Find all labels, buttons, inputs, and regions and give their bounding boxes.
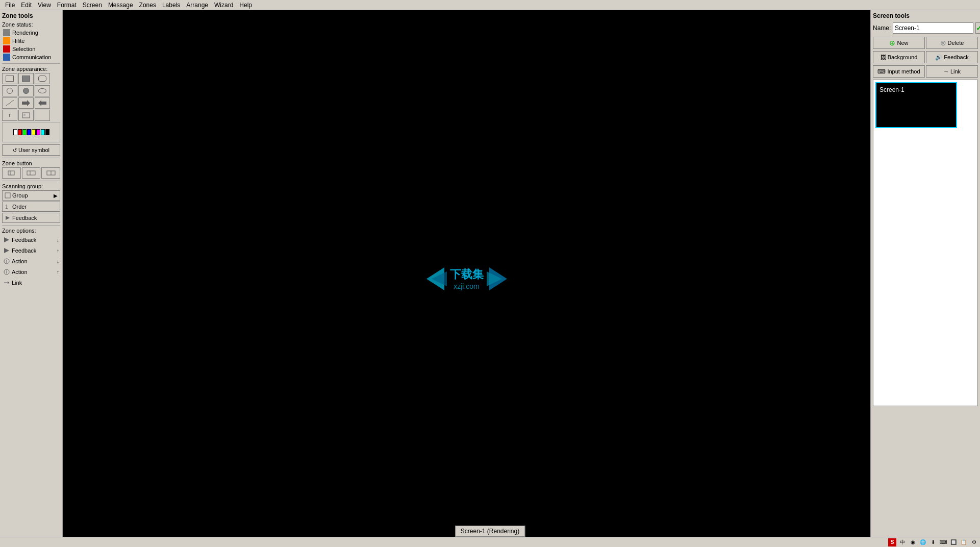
divider-4 [2,225,60,226]
taskbar-icon-6[interactable]: ⌨ [939,538,947,546]
appearance-row-2 [2,85,60,96]
input-method-button[interactable]: ⌨ Input method [873,65,925,78]
background-button[interactable]: 🖼 Background [873,51,925,63]
taskbar-icon-8[interactable]: 📋 [960,538,968,546]
menu-screen[interactable]: Screen [80,1,105,10]
menu-file[interactable]: File [2,1,18,10]
appearance-row-4: T [2,110,60,121]
watermark: 下载集 xzji.com [421,267,512,290]
scanning-order-item[interactable]: 1 Order [2,202,60,212]
taskbar-icon-5[interactable]: ⬇ [929,538,937,546]
opt-action-down-arrow: ↓ [57,259,59,264]
svg-marker-21 [8,281,9,284]
scanning-group-item[interactable]: Group ▶ [2,190,60,201]
status-bar: Screen-1 (Rendering) [455,526,525,537]
taskbar-icon-9[interactable]: ⚙ [970,538,978,546]
divider-2 [2,158,60,158]
delete-icon: ⊗ [940,39,946,47]
new-icon: ⊕ [889,39,895,47]
svg-line-0 [6,100,14,106]
opt-link-label: Link [12,280,22,286]
appearance-diagonal-1[interactable] [2,97,17,109]
zone-btn-3[interactable] [41,167,60,179]
zone-appearance-label: Zone appearance: [2,66,60,72]
name-input[interactable] [893,22,973,34]
appearance-circle-outline[interactable] [2,85,17,96]
taskbar-icon-4[interactable]: 🌐 [919,538,927,546]
background-feedback-row: 🖼 Background 🔊 Feedback [873,51,978,63]
color-palette [2,122,60,142]
status-selection[interactable]: Selection [2,45,60,53]
group-label: Group [12,192,28,198]
appearance-circle-filled[interactable] [18,85,34,96]
taskbar-icon-1[interactable]: S [888,538,896,546]
taskbar-icon-7[interactable]: 🔲 [949,538,958,546]
zone-button-label: Zone button [2,160,60,166]
feedback-icon: 🔊 [935,54,942,61]
zone-status-label: Zone status: [2,21,60,28]
menu-labels[interactable]: Labels [159,1,183,10]
taskbar-icon-2[interactable]: 中 [898,538,907,546]
status-rendering[interactable]: Rendering [2,29,60,37]
appearance-row-3 [2,97,60,109]
option-action-up[interactable]: Action ↑ [2,267,60,277]
zone-btn-2[interactable] [22,167,41,179]
menu-wizard[interactable]: Wizard [211,1,236,10]
watermark-url: xzji.com [454,282,480,290]
scanning-feedback-item[interactable]: Feedback [2,213,60,223]
name-ok-button[interactable]: ✓ [975,22,980,34]
opt-feedback-down-arrow: ↓ [57,237,59,243]
option-feedback-up[interactable]: Feedback ↑ [2,245,60,256]
delete-button[interactable]: ⊗ Delete [926,37,978,49]
menu-format[interactable]: Format [54,1,80,10]
option-feedback-down[interactable]: Feedback ↓ [2,235,60,245]
new-button[interactable]: ⊕ New [873,37,925,49]
screen-thumb-1[interactable]: Screen-1 [875,82,957,128]
watermark-right-arrow [487,267,512,290]
screen-thumb-label: Screen-1 [880,86,904,93]
link-button[interactable]: → Link [926,65,978,78]
menu-zones[interactable]: Zones [136,1,159,10]
appearance-arrow-left[interactable] [35,97,50,109]
appearance-row-1 [2,73,60,84]
status-text: Screen-1 (Rendering) [461,528,519,535]
appearance-image[interactable] [18,110,34,121]
status-communication[interactable]: Communication [2,53,60,61]
user-symbol-button[interactable]: ↺ User symbol [2,144,60,156]
appearance-rect-outline[interactable] [2,73,17,84]
input-method-icon: ⌨ [877,68,886,75]
zone-btn-1[interactable] [2,167,21,179]
option-action-down[interactable]: Action ↓ [2,256,60,266]
feedback-button[interactable]: 🔊 Feedback [926,51,978,63]
appearance-text[interactable]: T [2,110,17,121]
menu-arrange[interactable]: Arrange [183,1,211,10]
taskbar-icon-3[interactable]: ◉ [909,538,917,546]
input-link-row: ⌨ Input method → Link [873,65,978,78]
menu-view[interactable]: View [35,1,54,10]
input-method-label: Input method [887,68,920,74]
svg-marker-13 [6,216,10,220]
appearance-ellipse[interactable] [35,85,50,96]
menu-message[interactable]: Message [105,1,136,10]
zone-tools-title: Zone tools [2,12,60,19]
option-link[interactable]: Link [2,278,60,288]
appearance-placeholder[interactable] [35,110,50,121]
appearance-round-rect-outline[interactable] [35,73,50,84]
opt-feedback-up-arrow: ↑ [57,248,59,254]
new-delete-row: ⊕ New ⊗ Delete [873,37,978,49]
name-row: Name: ✓ [873,22,978,34]
zone-button-row [2,167,60,179]
svg-rect-11 [5,193,10,198]
appearance-arrow-right[interactable] [18,97,34,109]
watermark-left-arrow [421,267,447,290]
menu-help[interactable]: Help [236,1,255,10]
opt-feedback-down-label: Feedback [12,237,36,243]
menu-edit[interactable]: Edit [18,1,35,10]
rendering-label: Rendering [12,30,38,36]
svg-text:1: 1 [5,204,8,210]
left-panel: Zone tools Zone status: Rendering Hilite… [0,10,63,547]
svg-marker-2 [38,100,46,106]
appearance-rect-filled[interactable] [18,73,34,84]
feedback-label: Feedback [944,54,968,60]
status-hilite[interactable]: Hilite [2,37,60,45]
